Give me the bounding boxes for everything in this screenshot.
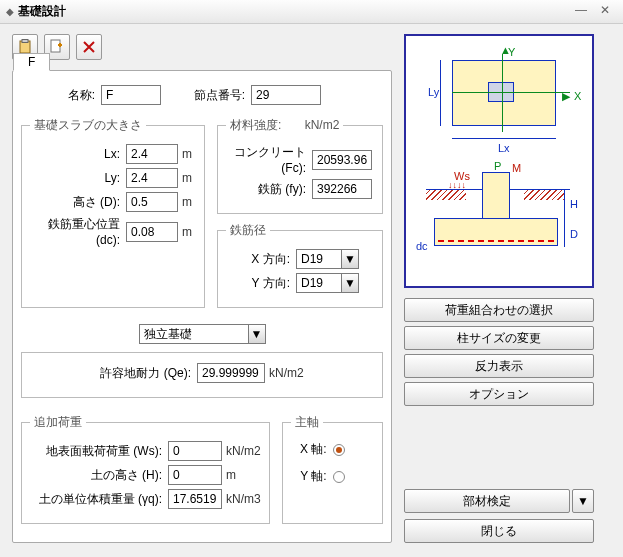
slab-legend: 基礎スラブの大きさ [30, 117, 146, 134]
d-input[interactable] [126, 192, 178, 212]
axis-y-radio[interactable] [333, 471, 345, 483]
d-label: 高さ (D): [30, 194, 126, 211]
fy-label: 鉄筋 (fy): [226, 181, 312, 198]
ws-unit: kN/m2 [226, 444, 261, 458]
fc-label: コンクリート (Fc): [226, 144, 312, 175]
rebar-legend: 鉄筋径 [226, 222, 270, 239]
tab-f[interactable]: F [13, 53, 50, 71]
h-input[interactable] [168, 465, 222, 485]
lx-label: Lx: [30, 147, 126, 161]
lx-input[interactable] [126, 144, 178, 164]
axis-x-radio[interactable] [333, 444, 345, 456]
ly-input[interactable] [126, 168, 178, 188]
member-check-button[interactable]: 部材検定 [404, 489, 570, 513]
gq-input[interactable] [168, 489, 222, 509]
name-input[interactable] [101, 85, 161, 105]
h-label: 土の高さ (H): [30, 467, 168, 484]
ws-label: 地表面載荷荷重 (Ws): [30, 443, 168, 460]
axis-y-label: Y 軸: [291, 468, 333, 485]
reaction-button[interactable]: 反力表示 [404, 354, 594, 378]
material-unit: kN/m2 [305, 118, 340, 132]
ly-unit: m [182, 171, 192, 185]
member-check-dropdown[interactable]: ▼ [572, 489, 594, 513]
foundation-type-dropdown[interactable]: ▼ [248, 324, 266, 344]
load-combo-button[interactable]: 荷重組合わせの選択 [404, 298, 594, 322]
axis-x-label: X 軸: [291, 441, 333, 458]
lx-unit: m [182, 147, 192, 161]
window-title: 基礎設計 [18, 3, 66, 20]
rebar-x-value: D19 [296, 249, 342, 269]
tab-label: F [28, 55, 35, 69]
fy-input[interactable] [312, 179, 372, 199]
name-label: 名称: [21, 87, 101, 104]
addload-legend: 追加荷重 [30, 414, 86, 431]
ly-label: Ly: [30, 171, 126, 185]
column-size-button[interactable]: 柱サイズの変更 [404, 326, 594, 350]
new-doc-icon [49, 39, 65, 55]
d-unit: m [182, 195, 192, 209]
rebar-x-label: X 方向: [226, 251, 296, 268]
ws-input[interactable] [168, 441, 222, 461]
rebar-y-label: Y 方向: [226, 275, 296, 292]
dc-input[interactable] [126, 222, 178, 242]
rebar-y-dropdown[interactable]: ▼ [341, 273, 359, 293]
foundation-diagram: ▲ Y My Mx ▶ X Cy Cx Ly Lx Ws P M [404, 34, 594, 288]
axis-legend: 主軸 [291, 414, 323, 431]
gq-label: 土の単位体積重量 (γq): [30, 491, 168, 508]
minimize-button[interactable]: — [569, 3, 593, 21]
delete-button[interactable] [76, 34, 102, 60]
qe-label: 許容地耐力 (Qe): [100, 365, 197, 382]
app-icon: ◆ [6, 6, 14, 17]
option-button[interactable]: オプション [404, 382, 594, 406]
qe-unit: kN/m2 [269, 366, 304, 380]
dc-label: 鉄筋重心位置(dc): [30, 216, 126, 247]
h-unit: m [226, 468, 236, 482]
rebar-y-value: D19 [296, 273, 342, 293]
rebar-x-dropdown[interactable]: ▼ [341, 249, 359, 269]
foundation-type-value: 独立基礎 [139, 324, 249, 344]
dc-unit: m [182, 225, 192, 239]
delete-icon [81, 39, 97, 55]
qe-input[interactable] [197, 363, 265, 383]
fc-input[interactable] [312, 150, 372, 170]
close-button[interactable]: 閉じる [404, 519, 594, 543]
material-legend: 材料強度: [230, 118, 281, 132]
svg-rect-1 [22, 40, 28, 43]
gq-unit: kN/m3 [226, 492, 261, 506]
node-label: 節点番号: [161, 87, 251, 104]
close-window-button[interactable]: ✕ [593, 3, 617, 21]
node-input[interactable] [251, 85, 321, 105]
